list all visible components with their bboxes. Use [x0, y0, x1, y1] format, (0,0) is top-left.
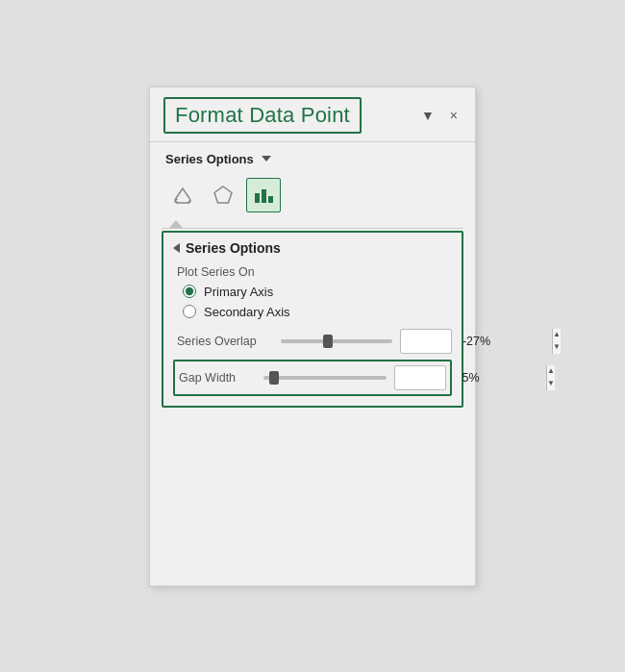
pentagon-icon	[212, 184, 235, 207]
gap-width-label: Gap Width	[179, 371, 256, 385]
chevron-down-icon[interactable]	[262, 156, 271, 162]
horizontal-divider	[162, 228, 463, 229]
close-button[interactable]: ×	[446, 106, 462, 125]
series-overlap-decrement[interactable]: ▼	[553, 341, 561, 354]
bar-chart-icon	[252, 184, 275, 207]
series-options-row: Series Options	[150, 142, 475, 172]
series-overlap-spinners: ▲ ▼	[552, 329, 561, 354]
gap-width-row: Gap Width ▲ ▼	[173, 360, 452, 396]
gap-width-thumb[interactable]	[269, 371, 279, 385]
fill-icon	[171, 184, 194, 207]
gap-width-input[interactable]	[395, 371, 546, 385]
gap-width-decrement[interactable]: ▼	[547, 378, 555, 390]
fill-icon-button[interactable]	[165, 178, 200, 212]
series-overlap-label: Series Overlap	[177, 335, 273, 348]
collapse-arrow-icon	[173, 243, 180, 253]
shape-icon-button[interactable]	[206, 178, 240, 212]
format-data-point-panel: Format Data Point ▼ × Series Options	[149, 87, 476, 586]
bar-chart-icon-button[interactable]	[246, 178, 281, 212]
icon-toolbar	[150, 172, 475, 220]
triangle-icon	[169, 220, 183, 228]
secondary-axis-row: Secondary Axis	[173, 305, 452, 319]
series-overlap-increment[interactable]: ▲	[553, 329, 561, 341]
dropdown-button[interactable]: ▼	[417, 106, 438, 125]
svg-rect-3	[262, 189, 266, 203]
svg-rect-4	[268, 196, 273, 203]
panel-title: Format Data Point	[163, 97, 362, 134]
header-icons: ▼ ×	[417, 106, 462, 125]
primary-axis-row: Primary Axis	[173, 285, 452, 299]
divider-row	[150, 220, 475, 228]
series-overlap-row: Series Overlap ▲ ▼	[173, 329, 452, 354]
gap-width-value-box: ▲ ▼	[394, 365, 446, 390]
series-overlap-input[interactable]	[401, 335, 552, 348]
series-overlap-thumb[interactable]	[323, 335, 333, 348]
series-options-header[interactable]: Series Options	[163, 233, 462, 261]
primary-axis-radio[interactable]	[183, 285, 196, 298]
plot-series-on-label: Plot Series On	[173, 265, 452, 279]
series-options-body: Plot Series On Primary Axis Secondary Ax…	[163, 261, 462, 406]
svg-rect-2	[255, 193, 260, 203]
series-overlap-value-box: ▲ ▼	[400, 329, 452, 354]
panel-header: Format Data Point ▼ ×	[150, 87, 475, 142]
secondary-axis-radio[interactable]	[183, 305, 196, 318]
series-options-section: Series Options Plot Series On Primary Ax…	[162, 231, 463, 408]
gap-width-spinners: ▲ ▼	[546, 365, 555, 390]
primary-axis-label[interactable]: Primary Axis	[204, 285, 273, 299]
gap-width-increment[interactable]: ▲	[547, 365, 555, 378]
svg-marker-1	[214, 187, 232, 203]
series-options-section-title: Series Options	[186, 240, 281, 256]
series-options-label: Series Options	[165, 152, 254, 166]
secondary-axis-label[interactable]: Secondary Axis	[204, 305, 290, 319]
series-overlap-slider[interactable]	[281, 339, 392, 343]
gap-width-slider[interactable]	[263, 376, 387, 380]
